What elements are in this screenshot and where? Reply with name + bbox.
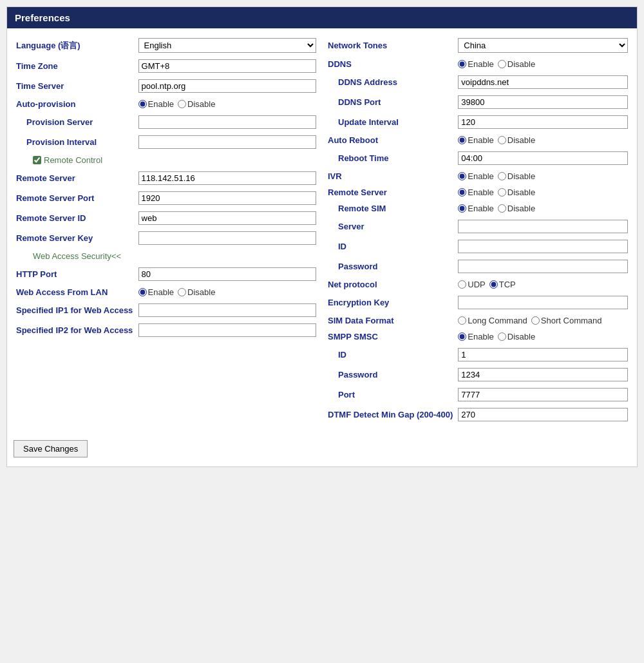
autoprovision-row: Auto-provision Enable Disable: [14, 96, 319, 112]
dtmf-detect-value: [455, 405, 630, 425]
ivr-disable-radio[interactable]: [498, 172, 506, 180]
web-access-lan-disable-radio[interactable]: [178, 288, 186, 296]
server-input[interactable]: [458, 220, 628, 233]
ddns-port-input[interactable]: [458, 95, 628, 109]
language-select[interactable]: English Chinese Spanish: [138, 38, 316, 53]
remote-server-right-enable-label[interactable]: Enable: [458, 187, 493, 197]
sim-data-format-long-label[interactable]: Long Command: [458, 316, 527, 325]
timeserver-input[interactable]: [138, 79, 316, 93]
smpp-smsc-enable-label[interactable]: Enable: [458, 332, 493, 341]
auto-reboot-label: Auto Reboot: [325, 132, 455, 148]
ivr-disable-label[interactable]: Disable: [498, 171, 535, 181]
autoprovision-disable-radio[interactable]: [178, 100, 186, 108]
remote-sim-enable-radio[interactable]: [458, 204, 466, 213]
auto-reboot-enable-label[interactable]: Enable: [458, 135, 493, 145]
web-access-lan-enable-label[interactable]: Enable: [138, 287, 174, 297]
encryption-key-label: Encryption Key: [325, 293, 455, 312]
update-interval-value: [455, 112, 630, 132]
specified-ip1-input[interactable]: [138, 303, 316, 317]
ivr-value: Enable Disable: [455, 168, 630, 184]
ddns-address-input[interactable]: [458, 75, 628, 89]
ddns-disable-radio[interactable]: [498, 60, 506, 68]
specified-ip1-row: Specified IP1 for Web Access: [14, 300, 319, 320]
timeserver-value: [136, 76, 319, 96]
smpp-password-row: Password: [325, 365, 630, 385]
remote-sim-enable-label[interactable]: Enable: [458, 204, 493, 213]
ddns-address-label: DDNS Address: [325, 72, 455, 92]
remote-control-checkbox[interactable]: [33, 156, 41, 164]
ddns-value: Enable Disable: [455, 56, 630, 72]
remote-server-right-disable-radio[interactable]: [498, 188, 506, 197]
ivr-enable-label[interactable]: Enable: [458, 171, 493, 181]
sim-data-format-short-label[interactable]: Short Command: [531, 316, 602, 325]
smpp-port-value: [455, 385, 630, 405]
http-port-input[interactable]: [138, 267, 316, 281]
web-access-lan-disable-label[interactable]: Disable: [178, 287, 215, 297]
smpp-password-label: Password: [325, 365, 455, 385]
web-access-security-cell: Web Access Security<<: [14, 248, 319, 264]
password-input[interactable]: [458, 260, 628, 273]
remote-server-key-input[interactable]: [138, 231, 316, 245]
remote-server-port-input[interactable]: [138, 191, 316, 205]
smpp-id-input[interactable]: [458, 348, 628, 361]
specified-ip1-value: [136, 300, 319, 320]
auto-reboot-disable-label[interactable]: Disable: [498, 135, 535, 145]
network-tones-value: China USA UK: [455, 35, 630, 56]
remote-sim-disable-label[interactable]: Disable: [498, 204, 535, 213]
net-protocol-udp-radio[interactable]: [458, 280, 466, 289]
timezone-label: Time Zone: [14, 56, 136, 76]
autoprovision-disable-label[interactable]: Disable: [178, 99, 215, 109]
remote-server-id-label: Remote Server ID: [14, 208, 136, 228]
id-input[interactable]: [458, 240, 628, 253]
remote-sim-disable-radio[interactable]: [498, 204, 506, 213]
remote-server-id-input[interactable]: [138, 211, 316, 225]
ddns-port-value: [455, 92, 630, 112]
sim-data-format-long-radio[interactable]: [458, 316, 466, 325]
encryption-key-input[interactable]: [458, 296, 628, 309]
sim-data-format-short-radio[interactable]: [531, 316, 540, 325]
update-interval-label: Update Interval: [325, 112, 455, 132]
ddns-enable-radio[interactable]: [458, 60, 466, 68]
ddns-enable-label[interactable]: Enable: [458, 59, 493, 69]
remote-server-value: [136, 168, 319, 188]
ivr-enable-radio[interactable]: [458, 172, 466, 180]
net-protocol-tcp-label[interactable]: TCP: [489, 280, 516, 289]
specified-ip2-input[interactable]: [138, 323, 316, 337]
provision-interval-row: Provision Interval: [14, 132, 319, 152]
specified-ip2-row: Specified IP2 for Web Access: [14, 320, 319, 340]
provision-interval-input[interactable]: [138, 135, 316, 149]
web-access-lan-enable-radio[interactable]: [138, 288, 147, 296]
autoprovision-enable-radio[interactable]: [138, 100, 147, 108]
save-button[interactable]: Save Changes: [14, 440, 88, 457]
net-protocol-udp-label[interactable]: UDP: [458, 280, 485, 289]
remote-server-right-disable-label[interactable]: Disable: [498, 187, 535, 197]
auto-reboot-enable-radio[interactable]: [458, 136, 466, 144]
update-interval-input[interactable]: [458, 115, 628, 129]
reboot-time-input[interactable]: [458, 151, 628, 165]
save-section: Save Changes: [7, 431, 637, 466]
server-label: Server: [325, 216, 455, 236]
ddns-disable-label[interactable]: Disable: [498, 59, 535, 69]
dtmf-detect-input[interactable]: [458, 408, 628, 421]
remote-server-input[interactable]: [138, 171, 316, 185]
network-tones-label: Network Tones: [325, 35, 455, 56]
remote-server-right-value: Enable Disable: [455, 184, 630, 200]
ddns-address-value: [455, 72, 630, 92]
language-label: Language (语言): [14, 35, 136, 56]
update-interval-row: Update Interval: [325, 112, 630, 132]
timezone-input[interactable]: [138, 59, 316, 73]
net-protocol-tcp-radio[interactable]: [489, 280, 498, 289]
smpp-smsc-disable-label[interactable]: Disable: [498, 332, 535, 341]
autoprovision-enable-label[interactable]: Enable: [138, 99, 174, 109]
smpp-port-input[interactable]: [458, 388, 628, 401]
auto-reboot-disable-radio[interactable]: [498, 136, 506, 144]
remote-server-right-enable-radio[interactable]: [458, 188, 466, 197]
network-tones-select[interactable]: China USA UK: [458, 38, 628, 53]
smpp-password-value: [455, 365, 630, 385]
smpp-smsc-enable-radio[interactable]: [458, 332, 466, 341]
smpp-smsc-disable-radio[interactable]: [498, 332, 506, 341]
web-access-security-link[interactable]: Web Access Security<<: [33, 251, 121, 261]
language-row: Language (语言) English Chinese Spanish: [14, 35, 319, 56]
provision-server-input[interactable]: [138, 115, 316, 129]
smpp-password-input[interactable]: [458, 368, 628, 381]
